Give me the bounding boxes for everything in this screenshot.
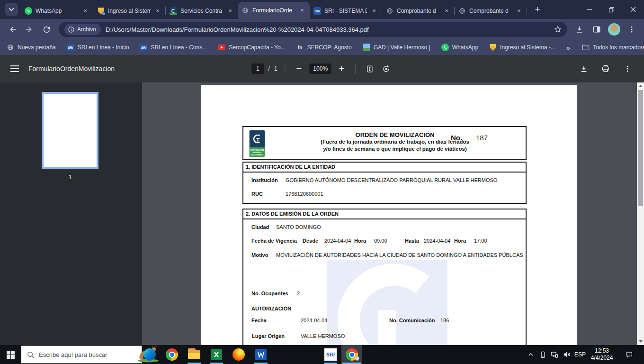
profile-avatar[interactable] bbox=[608, 23, 620, 36]
taskbar-chrome[interactable] bbox=[162, 345, 181, 364]
tray-device-icon[interactable] bbox=[537, 345, 548, 364]
pdf-more-options-icon[interactable] bbox=[621, 63, 634, 75]
bookmark-sri-inicio[interactable]: SRi SRI en Línea - Inicio bbox=[67, 44, 129, 51]
bookmark-label: Nueva pestaña bbox=[18, 44, 56, 51]
tray-notification-icon[interactable] bbox=[621, 345, 637, 364]
pdf-page-controls: / 1 100% bbox=[251, 63, 392, 75]
taskbar-sri-app[interactable]: SRi bbox=[321, 345, 340, 364]
ecuador-shield-icon bbox=[489, 44, 497, 51]
doc-title: ORDEN DE MOVILIZACIÓN bbox=[291, 131, 499, 138]
tray-language-indicator[interactable]: ESP bbox=[573, 345, 587, 364]
restore-button[interactable] bbox=[600, 0, 622, 19]
back-button[interactable] bbox=[5, 22, 20, 37]
tab-close-icon[interactable]: × bbox=[81, 7, 89, 15]
search-input[interactable] bbox=[39, 351, 110, 358]
downloads-button[interactable] bbox=[572, 22, 587, 37]
pdf-menu-icon[interactable] bbox=[10, 65, 19, 72]
bookmark-whatsapp[interactable]: WhatsApp bbox=[441, 44, 478, 51]
reload-button[interactable] bbox=[39, 22, 54, 37]
taskbar-file-explorer[interactable] bbox=[185, 345, 204, 364]
new-tab-button[interactable]: + bbox=[531, 3, 544, 16]
hora1-label: Hora bbox=[354, 238, 366, 244]
tab-close-icon[interactable]: × bbox=[515, 7, 523, 15]
divider bbox=[356, 64, 356, 74]
page-number-input[interactable] bbox=[251, 64, 264, 74]
tab-servicios-contratacion[interactable]: Servicios Contra × bbox=[166, 3, 238, 19]
bookmarks-bar: Nueva pestaña SRi SRI en Línea - Inicio … bbox=[0, 40, 644, 55]
site-info-chip[interactable]: Archivo bbox=[64, 24, 101, 35]
zoom-in-button[interactable] bbox=[336, 63, 348, 75]
bookmark-gad-valle-hermoso[interactable]: GAD | Valle Hermoso | bbox=[363, 44, 430, 51]
all-bookmarks-label: Todos los marcadores bbox=[593, 44, 644, 51]
hora2-value: 17:00 bbox=[474, 238, 487, 244]
minimize-button[interactable] bbox=[579, 0, 600, 19]
tab-close-icon[interactable]: × bbox=[226, 7, 234, 15]
taskbar-edge[interactable] bbox=[140, 345, 159, 364]
bookmark-ingreso-sistema[interactable]: Ingreso al Sistema -... bbox=[489, 44, 555, 51]
browser-menu-button[interactable] bbox=[624, 22, 639, 37]
bookmark-sercop-agosto[interactable]: fn SERCOP: Agosto bbox=[296, 44, 352, 51]
bookmark-label: GAD | Valle Hermoso | bbox=[374, 44, 430, 51]
print-icon[interactable] bbox=[599, 63, 612, 75]
close-window-button[interactable] bbox=[622, 0, 644, 19]
bookmark-star-icon[interactable] bbox=[554, 26, 562, 33]
sri-favicon: SRi bbox=[313, 7, 321, 15]
page-separator: / bbox=[268, 65, 269, 72]
tab-close-icon[interactable]: × bbox=[298, 7, 306, 14]
word-icon bbox=[255, 349, 267, 360]
tab-sri-sistema[interactable]: SRi SRI - SISTEMA D × bbox=[310, 3, 382, 19]
page-thumbnail[interactable] bbox=[42, 92, 98, 169]
pdf-download-icon[interactable] bbox=[578, 63, 590, 75]
all-bookmarks-button[interactable]: Todos los marcadores bbox=[582, 44, 644, 51]
taskbar-firefox[interactable] bbox=[229, 345, 248, 364]
tray-chevron-up[interactable] bbox=[525, 345, 537, 364]
scroll-up-icon[interactable] bbox=[637, 82, 644, 90]
tab-close-icon[interactable]: × bbox=[443, 7, 450, 15]
tab-title: Comprobante d bbox=[469, 8, 512, 14]
start-button[interactable] bbox=[0, 345, 21, 364]
tab-close-icon[interactable]: × bbox=[370, 7, 378, 15]
side-panel-button[interactable] bbox=[589, 22, 604, 37]
taskbar-search[interactable] bbox=[21, 346, 142, 364]
edge-icon bbox=[143, 348, 156, 361]
bookmark-sercopcapacita[interactable]: SercopCapacita - Yo... bbox=[218, 44, 285, 51]
bookmark-sri-consultas[interactable]: SRi SRI en Línea - Cons... bbox=[140, 44, 207, 51]
search-icon bbox=[27, 351, 34, 358]
tray-volume-icon[interactable] bbox=[561, 345, 573, 364]
chevron-down-icon bbox=[9, 6, 14, 11]
bookmark-nueva-pestana[interactable]: Nueva pestaña bbox=[7, 44, 56, 51]
bookmark-label: SRI en Línea - Cons... bbox=[151, 44, 207, 51]
taskbar-chrome-active[interactable] bbox=[341, 345, 362, 364]
bookmarks-overflow-icon[interactable]: » bbox=[566, 44, 570, 52]
folder-icon bbox=[582, 44, 590, 51]
taskbar-word[interactable] bbox=[251, 345, 270, 364]
tab-search-button[interactable] bbox=[5, 3, 18, 16]
fit-to-page-button[interactable] bbox=[364, 63, 376, 75]
tab-comprobante-2[interactable]: Comprobante d × bbox=[455, 3, 527, 19]
taskbar-excel[interactable] bbox=[207, 345, 226, 364]
zoom-level-field[interactable]: 100% bbox=[310, 64, 331, 74]
tray-clock[interactable]: 12:53 4/4/2024 bbox=[587, 345, 617, 364]
hasta-label: Hasta bbox=[405, 238, 419, 244]
tab-whatsapp[interactable]: WhatsApp × bbox=[21, 3, 93, 19]
tab-ingreso-sistema[interactable]: Ingreso al Sistem × bbox=[93, 3, 165, 19]
scrollbar-thumb[interactable] bbox=[638, 90, 643, 206]
tray-network-icon[interactable] bbox=[548, 345, 561, 364]
sercop-favicon: fn bbox=[296, 44, 304, 51]
tab-title: WhatsApp bbox=[36, 8, 78, 14]
address-bar[interactable]: Archivo D:/Users/Master/Downloads/Formul… bbox=[59, 22, 567, 37]
zoom-out-button[interactable] bbox=[293, 63, 305, 75]
scroll-down-icon[interactable] bbox=[637, 338, 644, 345]
tab-close-icon[interactable]: × bbox=[154, 7, 161, 15]
pdf-thumbnail-sidebar: 1 bbox=[0, 82, 142, 345]
vertical-scrollbar[interactable] bbox=[637, 82, 644, 345]
info-icon bbox=[68, 27, 74, 33]
rotate-button[interactable] bbox=[380, 63, 393, 75]
doc-subtitle-line1: (Fuera de la jornada ordinaria de trabaj… bbox=[291, 138, 499, 146]
tab-comprobante-1[interactable]: Comprobante d × bbox=[382, 3, 454, 19]
forward-button[interactable] bbox=[22, 22, 37, 37]
tab-formulario-active[interactable]: FormularioOrde × bbox=[238, 2, 310, 19]
ciudad-value: SANTO DOMINGO bbox=[276, 224, 321, 230]
desde-label: Desde bbox=[303, 238, 318, 244]
chrome-profile-badge bbox=[355, 356, 359, 361]
